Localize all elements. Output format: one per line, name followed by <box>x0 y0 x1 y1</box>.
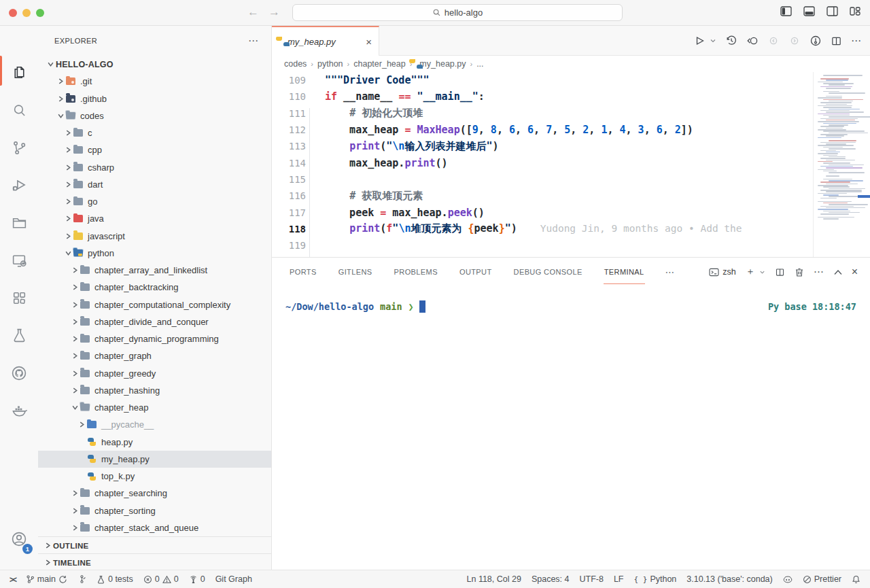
chevron-right-icon[interactable] <box>55 96 66 102</box>
tree-item-chapter-heap[interactable]: chapter_heap <box>38 399 271 416</box>
testing-icon[interactable] <box>0 319 38 351</box>
tree-item-c[interactable]: c <box>38 124 271 141</box>
tree-item-hello-algo[interactable]: HELLO-ALGO <box>38 56 271 73</box>
tree-item-chapter-greedy[interactable]: chapter_greedy <box>38 365 271 382</box>
tree-item-chapter-array-and-linkedlist[interactable]: chapter_array_and_linkedlist <box>38 262 271 279</box>
chevron-right-icon[interactable] <box>69 490 80 496</box>
code-line-110[interactable]: 110if __name__ == "__main__": <box>272 88 813 105</box>
status-python-interpreter[interactable]: 3.10.13 ('base': conda) <box>686 574 772 584</box>
breadcrumb-item[interactable]: chapter_heap <box>353 59 405 69</box>
panel-tab-terminal[interactable]: TERMINAL <box>604 260 645 284</box>
code-editor[interactable]: 109"""Driver Code"""110if __name__ == "_… <box>272 72 813 257</box>
code-line-119[interactable]: 119 <box>272 237 813 254</box>
timeline-section[interactable]: TIMELINE <box>38 553 271 570</box>
tree-item-chapter-searching[interactable]: chapter_searching <box>38 485 271 502</box>
chevron-right-icon[interactable] <box>69 353 80 359</box>
new-terminal-icon[interactable]: ＋ <box>746 266 755 278</box>
chevron-right-icon[interactable] <box>63 198 73 205</box>
status-git-branch[interactable]: main <box>26 574 67 584</box>
docker-icon[interactable] <box>0 394 38 427</box>
tree-item-chapter-hashing[interactable]: chapter_hashing <box>38 382 271 399</box>
code-line-118[interactable]: 118 print(f"\n堆顶元素为 {peek}")Yudong Jin, … <box>272 221 813 237</box>
tree-item--git[interactable]: .git <box>38 73 271 90</box>
tree-item-chapter-sorting[interactable]: chapter_sorting <box>38 502 271 519</box>
panel-tabs-more-icon[interactable]: ⋯ <box>665 266 676 277</box>
close-window-button[interactable] <box>9 9 17 17</box>
tree-item-chapter-stack-and-queue[interactable]: chapter_stack_and_queue <box>38 519 271 536</box>
chevron-right-icon[interactable] <box>69 336 80 342</box>
panel-tab-gitlens[interactable]: GITLENS <box>338 260 373 284</box>
breadcrumb-item[interactable]: python <box>317 59 343 69</box>
tree-item-chapter-backtracking[interactable]: chapter_backtracking <box>38 279 271 296</box>
status-cursor-position[interactable]: Ln 118, Col 29 <box>467 574 521 584</box>
tree-item-chapter-computational-complexity[interactable]: chapter_computational_complexity <box>38 296 271 313</box>
remote-explorer-icon[interactable] <box>0 244 38 277</box>
tree-item--pycache-[interactable]: __pycache__ <box>38 416 271 433</box>
tree-item-chapter-divide-and-conquer[interactable]: chapter_divide_and_conquer <box>38 313 271 330</box>
run-debug-icon[interactable] <box>0 169 38 201</box>
chevron-right-icon[interactable] <box>69 508 80 514</box>
panel-tab-ports[interactable]: PORTS <box>289 260 317 284</box>
github-icon[interactable] <box>0 357 38 390</box>
chevron-right-icon[interactable] <box>63 233 73 239</box>
chevron-right-icon[interactable] <box>69 387 80 394</box>
outline-section[interactable]: OUTLINE <box>38 536 271 554</box>
chevron-right-icon[interactable] <box>69 302 80 308</box>
code-line-109[interactable]: 109"""Driver Code""" <box>272 72 813 88</box>
code-line-114[interactable]: 114 max_heap.print() <box>272 154 813 171</box>
terminal-content[interactable]: ~/Dow/hello-algomain❯ Py base 18:18:47 <box>285 298 856 315</box>
breadcrumb-item[interactable]: my_heap.py <box>416 59 466 69</box>
next-change-icon[interactable] <box>788 35 801 47</box>
toggle-primary-sidebar-icon[interactable] <box>780 6 792 16</box>
chevron-right-icon[interactable] <box>69 267 80 273</box>
search-view-icon[interactable] <box>0 94 38 126</box>
chevron-right-icon[interactable] <box>63 165 73 171</box>
tree-item-dart[interactable]: dart <box>38 176 271 193</box>
maximize-panel-icon[interactable] <box>834 269 842 275</box>
terminal-dropdown-icon[interactable] <box>759 269 765 275</box>
tree-item-go[interactable]: go <box>38 193 271 210</box>
status-encoding[interactable]: UTF-8 <box>580 574 604 584</box>
chevron-right-icon[interactable] <box>63 147 73 153</box>
chevron-right-icon[interactable] <box>69 284 80 290</box>
code-line-115[interactable]: 115 <box>272 171 813 188</box>
toggle-secondary-sidebar-icon[interactable] <box>826 6 838 16</box>
status-copilot[interactable] <box>783 575 793 584</box>
chevron-right-icon[interactable] <box>69 319 80 325</box>
status-problems[interactable]: 00 <box>143 574 179 584</box>
run-dropdown-icon[interactable] <box>710 37 716 44</box>
chevron-down-icon[interactable] <box>69 404 80 411</box>
source-control-icon[interactable] <box>0 131 38 164</box>
extensions-icon[interactable] <box>0 281 38 314</box>
chevron-right-icon[interactable] <box>69 525 80 531</box>
status-indentation[interactable]: Spaces: 4 <box>532 574 570 584</box>
close-panel-icon[interactable]: × <box>852 266 858 278</box>
status-notifications[interactable] <box>852 575 860 584</box>
close-tab-icon[interactable]: × <box>366 36 372 48</box>
window-controls[interactable] <box>9 9 44 17</box>
gitlens-compare-icon[interactable] <box>746 35 759 47</box>
tree-item-codes[interactable]: codes <box>38 107 271 124</box>
tree-item-top-k-py[interactable]: top_k.py <box>38 468 271 485</box>
back-icon[interactable]: ← <box>247 5 259 19</box>
breadcrumb-item[interactable]: ... <box>476 59 483 69</box>
status-language-mode[interactable]: { }Python <box>634 574 677 584</box>
terminal-shell-chip[interactable]: zsh <box>709 267 735 277</box>
customize-layout-icon[interactable] <box>850 6 860 16</box>
chevron-down-icon[interactable] <box>63 250 73 256</box>
run-python-file-icon[interactable] <box>693 35 706 47</box>
tree-item--github[interactable]: .github <box>38 90 271 107</box>
chevron-right-icon[interactable] <box>76 421 87 428</box>
tree-item-cpp[interactable]: cpp <box>38 141 271 158</box>
command-center-search[interactable]: hello-algo <box>292 4 623 21</box>
chevron-right-icon[interactable] <box>63 215 73 222</box>
status-tests[interactable]: 0 tests <box>97 574 133 584</box>
status-remote-indicator[interactable]: >< <box>10 575 16 583</box>
tree-item-python[interactable]: python <box>38 245 271 262</box>
editor-more-actions-icon[interactable]: ⋯ <box>851 35 862 47</box>
panel-tab-problems[interactable]: PROBLEMS <box>394 260 438 284</box>
tree-item-javascript[interactable]: javascript <box>38 228 271 245</box>
panel-tab-debug-console[interactable]: DEBUG CONSOLE <box>513 260 583 284</box>
forward-icon[interactable]: → <box>268 5 280 19</box>
minimap[interactable] <box>813 72 870 257</box>
